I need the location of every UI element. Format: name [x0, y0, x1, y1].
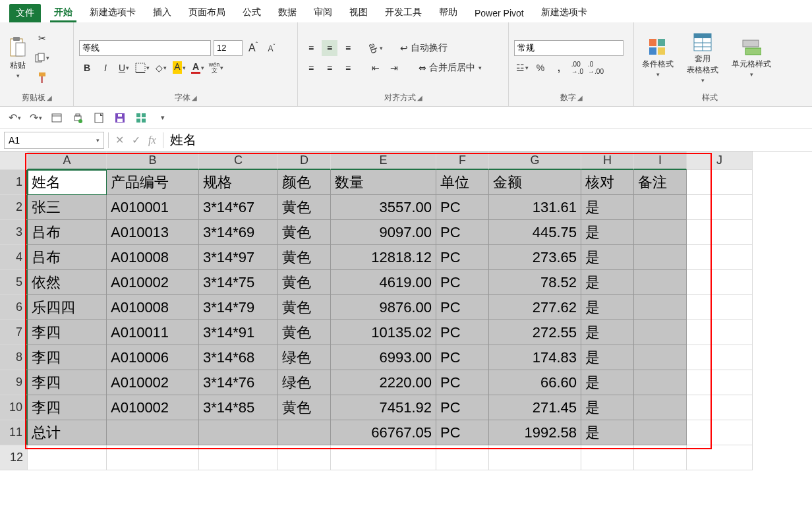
cell[interactable]: 吕布 — [28, 245, 107, 270]
cell[interactable]: 是 — [581, 295, 634, 320]
cell[interactable] — [634, 245, 687, 270]
cell[interactable]: PC — [436, 420, 489, 445]
tab-view[interactable]: 视图 — [345, 3, 372, 22]
cell[interactable] — [634, 320, 687, 345]
col-header-B[interactable]: B — [107, 152, 199, 170]
cell[interactable]: 3*14*97 — [199, 245, 278, 270]
cell[interactable]: A010008 — [107, 295, 199, 320]
cell[interactable]: 277.62 — [489, 295, 581, 320]
cell[interactable]: 9097.00 — [331, 220, 436, 245]
cell[interactable] — [634, 370, 687, 395]
cell[interactable]: 78.52 — [489, 270, 581, 295]
cell[interactable]: PC — [436, 195, 489, 220]
cell[interactable]: PC — [436, 270, 489, 295]
tab-help[interactable]: 帮助 — [435, 3, 461, 22]
paste-button[interactable]: 粘贴 ▾ — [5, 35, 30, 80]
cell[interactable] — [687, 270, 753, 295]
fill-color-button[interactable]: ◇▾ — [153, 60, 169, 76]
cell[interactable]: 3557.00 — [331, 195, 436, 220]
conditional-format-button[interactable]: 条件格式▾ — [639, 36, 676, 79]
dialog-launcher-icon[interactable]: ◢ — [417, 94, 422, 101]
row-header[interactable]: 4 — [0, 245, 28, 270]
cell[interactable] — [634, 270, 687, 295]
dialog-launcher-icon[interactable]: ◢ — [47, 94, 52, 101]
col-header-D[interactable]: D — [278, 152, 331, 170]
format-painter-button[interactable] — [34, 70, 50, 86]
cell[interactable]: 66767.05 — [331, 420, 436, 445]
italic-button[interactable]: I — [98, 60, 113, 76]
tab-layout[interactable]: 页面布局 — [185, 3, 229, 22]
cell[interactable] — [199, 420, 278, 445]
cell[interactable] — [687, 445, 753, 470]
row-header[interactable]: 3 — [0, 220, 28, 245]
cell[interactable]: 3*14*68 — [199, 345, 278, 370]
cell[interactable]: 颜色 — [278, 170, 331, 195]
cell[interactable]: 依然 — [28, 270, 107, 295]
cell[interactable]: 李四 — [28, 345, 107, 370]
cell[interactable]: 黄色 — [278, 245, 331, 270]
cell[interactable] — [28, 445, 107, 470]
cell[interactable]: PC — [436, 220, 489, 245]
cell[interactable]: PC — [436, 395, 489, 420]
cell[interactable]: A010013 — [107, 220, 199, 245]
tab-powerpivot[interactable]: Power Pivot — [471, 4, 528, 22]
cell[interactable]: 产品编号 — [107, 170, 199, 195]
cell[interactable]: A010002 — [107, 395, 199, 420]
cell[interactable] — [581, 445, 634, 470]
align-bottom-button[interactable]: ≡ — [340, 40, 356, 56]
decrease-decimal-button[interactable]: .0→.00 — [588, 60, 604, 76]
cell[interactable]: 3*14*69 — [199, 220, 278, 245]
cell[interactable] — [278, 420, 331, 445]
cell[interactable]: 张三 — [28, 195, 107, 220]
accounting-format-button[interactable]: ☳▾ — [514, 60, 530, 76]
cell[interactable]: 271.45 — [489, 395, 581, 420]
save-button[interactable] — [113, 111, 127, 125]
cell[interactable]: PC — [436, 320, 489, 345]
cell[interactable]: PC — [436, 295, 489, 320]
merge-center-button[interactable]: ⇔合并后居中▾ — [414, 60, 486, 76]
cell[interactable] — [331, 445, 436, 470]
cell[interactable] — [107, 420, 199, 445]
cell[interactable]: 3*14*85 — [199, 395, 278, 420]
cut-button[interactable]: ✂ — [34, 30, 50, 46]
cell[interactable]: 3*14*79 — [199, 295, 278, 320]
cell[interactable]: 绿色 — [278, 370, 331, 395]
row-header[interactable]: 6 — [0, 295, 28, 320]
cell[interactable]: 李四 — [28, 370, 107, 395]
cell[interactable]: 66.60 — [489, 370, 581, 395]
percent-button[interactable]: % — [533, 60, 548, 76]
cell[interactable]: 备注 — [634, 170, 687, 195]
cell[interactable]: 核对 — [581, 170, 634, 195]
row-header[interactable]: 12 — [0, 445, 28, 470]
cell[interactable]: A010006 — [107, 345, 199, 370]
undo-button[interactable]: ↶▾ — [8, 111, 21, 125]
cell[interactable] — [687, 220, 753, 245]
decrease-font-button[interactable]: Aˇ — [264, 40, 279, 56]
cell[interactable]: 是 — [581, 220, 634, 245]
cell[interactable]: 是 — [581, 270, 634, 295]
cell[interactable]: 黄色 — [278, 395, 331, 420]
row-header[interactable]: 1 — [0, 170, 28, 195]
col-header-C[interactable]: C — [199, 152, 278, 170]
cell[interactable]: 金额 — [489, 170, 581, 195]
cell[interactable] — [687, 320, 753, 345]
align-right-button[interactable]: ≡ — [340, 60, 356, 76]
cell[interactable]: 3*14*91 — [199, 320, 278, 345]
tab-dev[interactable]: 开发工具 — [381, 3, 426, 22]
col-header-E[interactable]: E — [331, 152, 436, 170]
dialog-launcher-icon[interactable]: ◢ — [192, 94, 197, 101]
cell[interactable] — [634, 295, 687, 320]
cell[interactable]: 黄色 — [278, 220, 331, 245]
cell[interactable]: 是 — [581, 195, 634, 220]
cell[interactable]: 174.83 — [489, 345, 581, 370]
cell[interactable]: 是 — [581, 320, 634, 345]
font-name-select[interactable] — [79, 40, 211, 56]
border-button[interactable]: ▾ — [134, 60, 150, 76]
tab-home[interactable]: 开始 — [50, 3, 76, 22]
tab-newtab1[interactable]: 新建选项卡 — [86, 3, 140, 22]
cell[interactable] — [436, 445, 489, 470]
row-header[interactable]: 9 — [0, 370, 28, 395]
align-left-button[interactable]: ≡ — [303, 60, 319, 76]
cell-styles-button[interactable]: 单元格样式▾ — [729, 36, 774, 79]
qat-more-button[interactable]: ▾ — [156, 111, 169, 125]
